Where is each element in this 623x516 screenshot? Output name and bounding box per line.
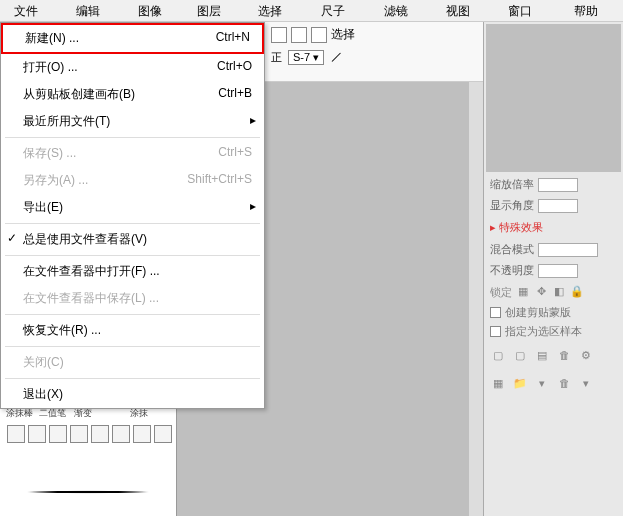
right-panel: 缩放倍率 显示角度 特殊效果 混合模式 不透明度 锁定 ▦ ✥ ◧ 🔒 创建剪贴… [483, 22, 623, 516]
square-icon[interactable]: ▢ [512, 347, 528, 363]
fx-header[interactable]: 特殊效果 [484, 216, 623, 239]
menu-item[interactable]: 导出(E)▸ [1, 194, 264, 221]
menu-item-shortcut: Shift+Ctrl+S [187, 172, 252, 189]
vertical-scrollbar[interactable] [469, 82, 483, 516]
brush-preview [8, 474, 168, 510]
menubar-item-w[interactable]: 窗口(W) [494, 0, 559, 21]
blend-row: 混合模式 [484, 239, 623, 260]
new-layer-icon[interactable]: ▦ [490, 375, 506, 391]
paint-lock-icon[interactable]: ◧ [552, 285, 566, 299]
merge-icon[interactable]: ▾ [534, 375, 550, 391]
menubar-item-s[interactable]: 选择(S) [244, 0, 307, 21]
sel-sample-check[interactable]: 指定为选区样本 [484, 322, 623, 341]
folder-icon[interactable]: 📁 [512, 375, 528, 391]
menu-item-label: 另存为(A) ... [23, 172, 88, 189]
tool-btn[interactable] [133, 425, 151, 443]
angle-label: 显示角度 [490, 198, 534, 213]
menu-item-label: 打开(O) ... [23, 59, 78, 76]
menu-separator [5, 137, 260, 138]
menu-item-shortcut: Ctrl+S [218, 145, 252, 162]
trash-icon[interactable]: 🗑 [556, 375, 572, 391]
menubar-item-l[interactable]: 图层(L) [183, 0, 244, 21]
file-menu-dropdown: 新建(N) ...Ctrl+N打开(O) ...Ctrl+O从剪贴板创建画布(B… [0, 22, 265, 409]
menubar-item-f[interactable]: 文件(F) [0, 0, 62, 21]
menubar-item-e[interactable]: 编辑(E) [62, 0, 125, 21]
tool-btn[interactable] [28, 425, 46, 443]
menu-item[interactable]: 恢复文件(R) ... [1, 317, 264, 344]
menubar-item-i[interactable]: 图像(I) [124, 0, 183, 21]
menu-item: 关闭(C) [1, 349, 264, 376]
menubar-item-t[interactable]: 滤镜(T) [370, 0, 432, 21]
menu-separator [5, 255, 260, 256]
tool-square-1[interactable] [271, 27, 287, 43]
full-lock-icon[interactable]: 🔒 [570, 285, 584, 299]
tool-btn[interactable] [91, 425, 109, 443]
menu-item-label: 关闭(C) [23, 354, 64, 371]
menu-separator [5, 223, 260, 224]
angle-input[interactable] [538, 199, 578, 213]
move-lock-icon[interactable]: ✥ [534, 285, 548, 299]
brush-selector[interactable]: S-7 ▾ [288, 50, 324, 65]
toolbar: 选择 正 S-7 ▾ [265, 22, 483, 82]
menu-item-label: 恢复文件(R) ... [23, 322, 101, 339]
tool-square-3[interactable] [311, 27, 327, 43]
blend-input[interactable] [538, 243, 598, 257]
menu-item[interactable]: 打开(O) ...Ctrl+O [1, 54, 264, 81]
check-icon: ✓ [7, 231, 17, 245]
menubar-item-h[interactable]: 帮助(H) [560, 0, 623, 21]
tool-square-2[interactable] [291, 27, 307, 43]
angle-row: 显示角度 [484, 195, 623, 216]
zoom-input[interactable] [538, 178, 578, 192]
tool-row-3 [4, 422, 176, 446]
opacity-label: 不透明度 [490, 263, 534, 278]
trash-icon[interactable]: 🗑 [556, 347, 572, 363]
menu-item[interactable]: 新建(N) ...Ctrl+N [1, 23, 264, 54]
more-icon[interactable]: ▾ [578, 375, 594, 391]
menu-separator [5, 346, 260, 347]
opacity-row: 不透明度 [484, 260, 623, 281]
menu-item-label: 总是使用文件查看器(V) [23, 231, 147, 248]
menu-item-label: 新建(N) ... [25, 30, 79, 47]
menu-item-label: 导出(E) [23, 199, 63, 216]
navigator-preview [486, 24, 621, 172]
lock-icon[interactable]: ▦ [516, 285, 530, 299]
menu-item-label: 在文件查看器中保存(L) ... [23, 290, 159, 307]
add-icon[interactable]: ▤ [534, 347, 550, 363]
brush-stroke-icon [23, 490, 153, 493]
menu-item-label: 退出(X) [23, 386, 63, 403]
tool-btn[interactable] [49, 425, 67, 443]
menu-item[interactable]: 退出(X) [1, 381, 264, 408]
layer-tools-1: ▢ ▢ ▤ 🗑 ⚙ [484, 341, 623, 369]
menubar-item-r[interactable]: 尺子(R) [307, 0, 370, 21]
opacity-input[interactable] [538, 264, 578, 278]
lock-row: 锁定 ▦ ✥ ◧ 🔒 [484, 281, 623, 303]
line-icon[interactable] [330, 49, 346, 65]
menu-item-label: 保存(S) ... [23, 145, 76, 162]
checkbox-icon [490, 307, 501, 318]
tool-btn[interactable] [112, 425, 130, 443]
zoom-row: 缩放倍率 [484, 174, 623, 195]
square-icon[interactable]: ▢ [490, 347, 506, 363]
normal-label: 正 [271, 50, 282, 65]
lock-label: 锁定 [490, 285, 512, 299]
menu-item[interactable]: 最近所用文件(T)▸ [1, 108, 264, 135]
gear-icon[interactable]: ⚙ [578, 347, 594, 363]
menu-item[interactable]: ✓总是使用文件查看器(V) [1, 226, 264, 253]
blend-label: 混合模式 [490, 242, 534, 257]
menu-item: 保存(S) ...Ctrl+S [1, 140, 264, 167]
select-label: 选择 [331, 26, 355, 43]
menubar-item-v[interactable]: 视图(V) [432, 0, 495, 21]
menu-item-label: 从剪贴板创建画布(B) [23, 86, 135, 103]
chevron-right-icon: ▸ [250, 113, 256, 127]
menu-item: 另存为(A) ...Shift+Ctrl+S [1, 167, 264, 194]
tool-btn[interactable] [7, 425, 25, 443]
menu-item[interactable]: 在文件查看器中打开(F) ... [1, 258, 264, 285]
menu-separator [5, 378, 260, 379]
clip-check[interactable]: 创建剪贴蒙版 [484, 303, 623, 322]
menu-item-shortcut: Ctrl+N [216, 30, 250, 47]
layer-tools-2: ▦ 📁 ▾ 🗑 ▾ [484, 369, 623, 397]
tool-btn[interactable] [154, 425, 172, 443]
tool-btn[interactable] [70, 425, 88, 443]
menu-item-label: 在文件查看器中打开(F) ... [23, 263, 160, 280]
menu-item[interactable]: 从剪贴板创建画布(B)Ctrl+B [1, 81, 264, 108]
